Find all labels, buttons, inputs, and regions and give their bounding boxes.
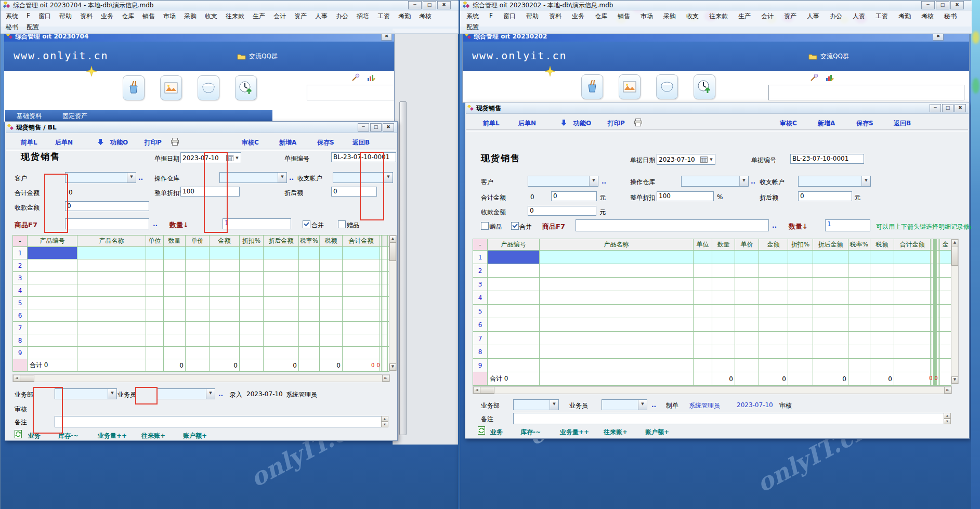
menu-item[interactable]: 资料 — [76, 11, 97, 22]
table-cell[interactable] — [264, 297, 299, 309]
table-cell[interactable] — [264, 334, 299, 347]
table-cell[interactable] — [299, 297, 320, 309]
chevron-down-icon[interactable]: ▼ — [278, 173, 286, 182]
table-cell[interactable] — [848, 345, 870, 359]
table-cell[interactable] — [759, 332, 788, 345]
menu-item[interactable]: 人资 — [847, 11, 870, 22]
menu-item[interactable]: 业务 — [97, 11, 117, 22]
column-header[interactable]: 折后金额 — [264, 236, 299, 247]
table-cell[interactable] — [788, 278, 813, 291]
table-cell[interactable] — [77, 247, 146, 259]
chevron-down-icon[interactable]: ▼ — [206, 389, 215, 399]
functions-button[interactable]: 功能O — [110, 138, 128, 147]
menu-item[interactable]: 往来款 — [221, 11, 249, 22]
table-cell[interactable] — [813, 305, 848, 318]
audit-button[interactable]: 审核C — [242, 138, 259, 147]
vertical-scrollbar[interactable]: ▲ ▼ — [389, 235, 397, 371]
table-cell[interactable] — [735, 305, 759, 318]
table-cell[interactable] — [540, 305, 694, 318]
quick-search-box[interactable] — [768, 85, 964, 100]
merge-checkbox[interactable] — [303, 220, 310, 228]
volume-link[interactable]: 业务量++ — [560, 428, 589, 437]
menu-item[interactable]: 工资 — [373, 11, 394, 22]
table-cell[interactable] — [870, 318, 894, 332]
table-cell[interactable] — [164, 247, 186, 259]
table-cell[interactable] — [694, 278, 712, 291]
scroll-down-icon[interactable]: ▼ — [389, 363, 396, 371]
table-cell[interactable] — [164, 297, 186, 309]
table-cell[interactable] — [540, 278, 694, 291]
table-cell[interactable] — [77, 347, 146, 359]
table-cell[interactable] — [848, 305, 870, 318]
table-cell[interactable] — [146, 272, 164, 284]
table-cell[interactable] — [735, 278, 759, 291]
minimize-icon[interactable]: ─ — [408, 1, 422, 9]
dept-select[interactable]: ▼ — [55, 388, 117, 399]
table-cell[interactable] — [240, 347, 264, 359]
table-cell[interactable] — [848, 251, 870, 264]
table-cell[interactable] — [320, 334, 343, 347]
quantity-input[interactable]: 1 — [825, 219, 870, 231]
column-header[interactable]: 数量 — [164, 236, 186, 247]
table-cell[interactable] — [848, 359, 870, 372]
table-cell[interactable] — [870, 291, 894, 305]
table-cell[interactable] — [870, 278, 894, 291]
table-cell[interactable] — [894, 264, 931, 278]
table-cell[interactable] — [164, 347, 186, 359]
table-cell[interactable] — [788, 345, 813, 359]
table-cell[interactable] — [164, 322, 186, 334]
table-cell[interactable] — [299, 322, 320, 334]
column-header[interactable]: 数量 — [712, 239, 735, 251]
menu-item[interactable]: 考勤 — [893, 11, 916, 22]
table-cell[interactable] — [28, 309, 77, 322]
table-cell[interactable] — [694, 332, 712, 345]
qq-group-link[interactable]: 交流QQ群 — [237, 52, 278, 61]
table-cell[interactable] — [870, 332, 894, 345]
table-cell[interactable] — [186, 259, 210, 272]
table-cell[interactable] — [28, 284, 77, 297]
table-cell[interactable] — [735, 251, 759, 264]
table-cell[interactable] — [735, 359, 759, 372]
table-cell[interactable] — [759, 305, 788, 318]
printer-icon[interactable] — [634, 119, 643, 126]
table-cell[interactable] — [788, 251, 813, 264]
note-input[interactable] — [513, 413, 947, 424]
table-cell[interactable] — [694, 318, 712, 332]
menu-item[interactable]: 系统 — [2, 11, 22, 22]
table-cell[interactable] — [940, 305, 951, 318]
table-cell[interactable] — [813, 251, 848, 264]
table-cell[interactable] — [813, 291, 848, 305]
table-cell[interactable] — [759, 318, 788, 332]
table-cell[interactable] — [788, 264, 813, 278]
table-cell[interactable] — [28, 347, 77, 359]
column-header[interactable]: 金额 — [210, 236, 240, 247]
lookup-dots[interactable]: .. — [218, 390, 223, 398]
table-cell[interactable] — [77, 334, 146, 347]
table-cell[interactable] — [488, 278, 540, 291]
menu-item[interactable]: 工资 — [870, 11, 893, 22]
table-cell[interactable] — [146, 284, 164, 297]
table-cell[interactable] — [813, 345, 848, 359]
received-input[interactable]: 0 — [528, 206, 596, 216]
table-cell[interactable] — [146, 309, 164, 322]
menu-item[interactable]: 办公 — [825, 11, 847, 22]
column-header[interactable]: 金额 — [759, 239, 788, 251]
prev-doc-button[interactable]: 前单L — [21, 138, 37, 147]
gift-checkbox[interactable] — [338, 220, 346, 228]
menu-item[interactable]: 往来款 — [704, 11, 733, 22]
table-cell[interactable] — [488, 332, 540, 345]
table-cell[interactable] — [788, 291, 813, 305]
column-header[interactable]: 税额 — [320, 236, 343, 247]
made-user[interactable]: 系统管理员 — [689, 401, 720, 410]
lookup-dots[interactable]: .. — [153, 220, 158, 228]
table-cell[interactable] — [210, 272, 240, 284]
lookup-dots[interactable]: .. — [772, 222, 777, 229]
minimize-icon[interactable]: ─ — [358, 123, 369, 132]
column-header[interactable]: - — [13, 236, 28, 247]
table-cell[interactable] — [77, 322, 146, 334]
chevron-down-icon[interactable]: ▼ — [708, 158, 715, 162]
docno-input[interactable]: BL-23-07-10-0001 — [790, 154, 864, 164]
pencil-cup-icon[interactable] — [123, 75, 145, 100]
received-input[interactable]: 0 — [65, 201, 149, 211]
next-doc-button[interactable]: 后单N — [55, 138, 73, 147]
